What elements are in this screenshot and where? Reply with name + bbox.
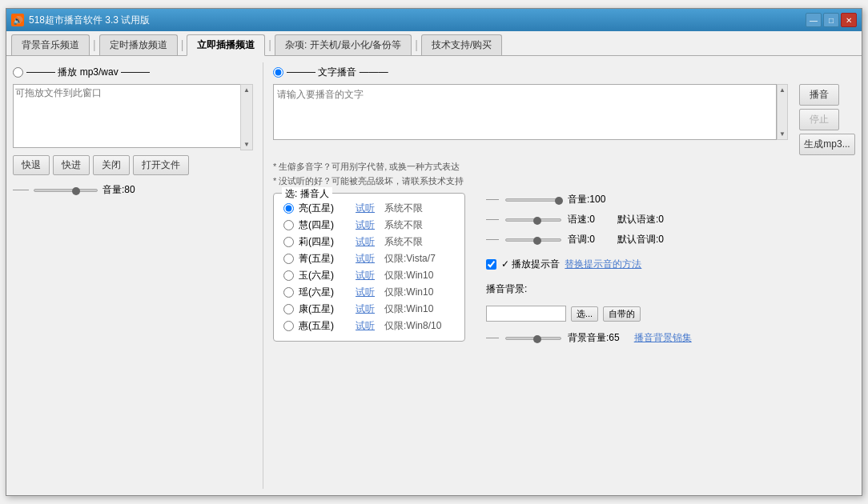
speaker-limit-1: 系统不限 [384, 218, 423, 232]
maximize-button[interactable]: □ [823, 13, 839, 27]
minimize-button[interactable]: — [806, 13, 822, 27]
speed-thumb[interactable] [533, 217, 541, 225]
speaker-listen-0[interactable]: 试听 [356, 202, 380, 215]
left-volume-row: 音量:80 [13, 183, 253, 197]
pitch-line [486, 239, 499, 240]
speaker-listen-2[interactable]: 试听 [356, 235, 380, 249]
textarea-scrollbar: ▲ ▼ [777, 84, 788, 140]
tab-support[interactable]: 技术支持/购买 [421, 34, 502, 55]
close-button[interactable]: ✕ [841, 13, 857, 27]
close-file-button[interactable]: 关闭 [93, 155, 130, 175]
speaker-limit-7: 仅限:Win8/10 [384, 319, 441, 333]
speaker-radio-5[interactable] [283, 287, 294, 298]
forward-button[interactable]: 快进 [53, 155, 90, 175]
tab-timer[interactable]: 定时播放频道 [99, 34, 178, 55]
speed-slider[interactable] [505, 218, 561, 222]
text-area-wrapper: ▲ ▼ [273, 84, 788, 140]
tts-top-section: ▲ ▼ 播音 停止 生成mp3... [273, 84, 855, 155]
bg-sound-input[interactable] [486, 306, 566, 322]
bg-select-button[interactable]: 选... [571, 306, 598, 322]
tab-instant[interactable]: 立即插播频道 [187, 34, 265, 56]
tts-play-buttons: 播音 停止 生成mp3... [799, 84, 855, 155]
bg-volume-thumb[interactable] [533, 335, 541, 343]
pitch-slider[interactable] [505, 238, 561, 242]
note1: * 生僻多音字？可用别字代替, 或换一种方式表达 [273, 160, 855, 174]
note2: * 没试听的好？可能被亮品级坏，请联系技术支持 [273, 174, 855, 189]
speaker-row: 亮(五星) 试听 系统不限 [283, 200, 455, 217]
replace-hint-link[interactable]: 替换提示音的方法 [565, 258, 641, 271]
tts-radio[interactable] [273, 67, 283, 78]
speaker-radio-7[interactable] [283, 321, 294, 331]
scroll-up-arrow[interactable]: ▲ [243, 86, 250, 94]
speaker-name-0: 亮(五星) [299, 202, 351, 215]
vol-line-left [13, 190, 29, 190]
play-button[interactable]: 播音 [799, 84, 839, 106]
textarea-scroll-up[interactable]: ▲ [779, 86, 786, 94]
speaker-radio-4[interactable] [283, 270, 294, 281]
speed-label: 语速:0 [568, 213, 595, 226]
speaker-row: 惠(五星) 试听 仅限:Win8/10 [283, 318, 455, 334]
speaker-radio-6[interactable] [283, 304, 294, 314]
speaker-listen-5[interactable]: 试听 [356, 286, 380, 299]
speaker-row: 瑶(六星) 试听 仅限:Win10 [283, 284, 455, 301]
mp3-radio[interactable] [13, 67, 23, 78]
stop-button[interactable]: 停止 [799, 109, 839, 130]
speaker-row: 康(五星) 试听 仅限:Win10 [283, 301, 455, 318]
title-controls: — □ ✕ [806, 13, 857, 27]
open-file-button[interactable]: 打开文件 [133, 155, 189, 175]
right-volume-thumb[interactable] [555, 197, 563, 205]
speed-row: 语速:0 默认语速:0 [486, 213, 692, 226]
tab-bg-music[interactable]: 背景音乐频道 [11, 34, 90, 55]
back-button[interactable]: 快退 [13, 155, 50, 175]
speaker-name-6: 康(五星) [299, 302, 351, 316]
textarea-container: ▲ ▼ [273, 84, 788, 140]
play-hint-row: ✓ 播放提示音 替换提示音的方法 [486, 258, 692, 271]
speaker-row: 菁(五星) 试听 仅限:Vista/7 [283, 250, 455, 267]
left-volume-slider[interactable] [34, 189, 98, 192]
default-pitch-label: 默认音调:0 [617, 233, 664, 246]
speaker-listen-3[interactable]: 试听 [356, 252, 380, 266]
right-controls: 音量:100 语速:0 默认语速:0 [478, 193, 692, 345]
left-volume-thumb[interactable] [72, 187, 80, 195]
generate-mp3-button[interactable]: 生成mp3... [799, 134, 855, 155]
speaker-listen-7[interactable]: 试听 [356, 319, 380, 333]
tab-separator-4: | [413, 38, 420, 51]
bgvol-line [486, 338, 499, 338]
file-listbox[interactable] [13, 84, 253, 148]
pitch-thumb[interactable] [533, 237, 541, 245]
tab-separator-3: | [267, 38, 273, 51]
mp3-section-header: ——— 播放 mp3/wav ——— [13, 66, 253, 79]
right-panel: ——— 文字播音 ——— ▲ ▼ 播音 停止 生成mp3... [273, 62, 855, 489]
play-hint-checkbox[interactable] [486, 259, 496, 270]
right-volume-slider[interactable] [505, 198, 561, 202]
speaker-radio-2[interactable] [283, 237, 294, 247]
lower-section: 选: 播音人 亮(五星) 试听 系统不限 慧(四星) 试听 系统不限 莉(四星)… [273, 193, 855, 489]
speaker-listen-6[interactable]: 试听 [356, 302, 380, 316]
window-title: 518超市播音软件 3.3 试用版 [29, 14, 150, 27]
tts-section-header: ——— 文字播音 ——— [273, 66, 855, 79]
speaker-radio-0[interactable] [283, 203, 294, 214]
speaker-listen-4[interactable]: 试听 [356, 269, 380, 282]
speaker-limit-4: 仅限:Win10 [384, 269, 433, 282]
tab-separator-1: | [91, 38, 98, 51]
notes-section: * 生僻多音字？可用别字代替, 或换一种方式表达 * 没试听的好？可能被亮品级坏… [273, 160, 855, 188]
speaker-row: 玉(六星) 试听 仅限:Win10 [283, 267, 455, 284]
bg-collection-link[interactable]: 播音背景锦集 [634, 331, 692, 345]
speed-line [486, 219, 499, 220]
scroll-down-arrow[interactable]: ▼ [243, 141, 250, 148]
speaker-radio-1[interactable] [283, 220, 294, 230]
speaker-name-2: 莉(四星) [299, 235, 351, 249]
speaker-list: 亮(五星) 试听 系统不限 慧(四星) 试听 系统不限 莉(四星) 试听 系统不… [283, 200, 455, 334]
file-list-container: ▲ ▼ [13, 84, 253, 150]
tab-misc[interactable]: 杂项: 开关机/最小化/备份等 [275, 34, 412, 55]
speaker-row: 慧(四星) 试听 系统不限 [283, 217, 455, 234]
bg-volume-slider[interactable] [505, 337, 561, 340]
speaker-radio-3[interactable] [283, 254, 294, 264]
right-volume-row: 音量:100 [486, 193, 692, 206]
tts-text-input[interactable] [273, 84, 777, 140]
textarea-scroll-down[interactable]: ▼ [779, 130, 786, 138]
speaker-listen-1[interactable]: 试听 [356, 218, 380, 232]
bg-builtin-button[interactable]: 自带的 [603, 306, 641, 322]
left-panel: ——— 播放 mp3/wav ——— ▲ ▼ 快退 快进 关闭 打开文件 [13, 62, 253, 489]
bg-sound-label: 播音背景: [486, 282, 692, 296]
